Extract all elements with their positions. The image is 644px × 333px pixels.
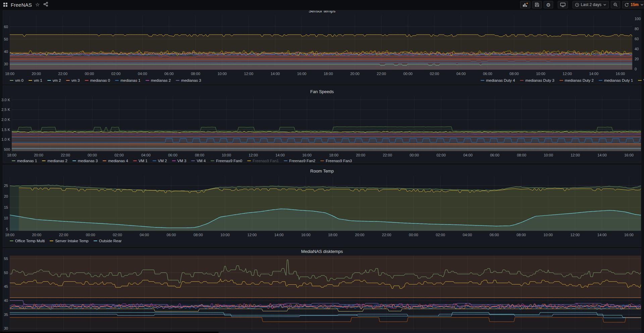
- x-axis-label: 12:00: [249, 153, 258, 157]
- legend-item-vm-2[interactable]: vm 2: [47, 78, 61, 82]
- y-axis-label: 40: [4, 298, 8, 303]
- legend-item-medianas-duty-1[interactable]: medianas Duty 1: [599, 78, 633, 82]
- chevron-down-icon: [603, 3, 606, 6]
- x-axis-label: 00:00: [86, 233, 95, 237]
- apps-grid-icon[interactable]: [3, 3, 7, 7]
- legend-item-freenas9-fan1[interactable]: Freenas9 Fan1: [247, 159, 279, 163]
- legend-item-medianas-3[interactable]: medianas 3: [72, 159, 98, 163]
- legend-label: vm 0: [15, 78, 23, 82]
- refresh-picker[interactable]: 15m: [622, 1, 644, 8]
- series-fill-medianas-3: [12, 148, 641, 151]
- legend-item-vm-3[interactable]: VM 3: [172, 159, 186, 163]
- x-axis-label: 18:00: [328, 233, 337, 237]
- x-axis-label: 04:00: [463, 153, 473, 157]
- x-axis-label: 10:00: [544, 153, 553, 157]
- chart-plot[interactable]: [12, 96, 641, 151]
- y-axis-label: 5: [6, 227, 8, 231]
- legend-item-vm-1[interactable]: VM 1: [133, 159, 148, 163]
- x-axis-label: 02:00: [113, 233, 122, 237]
- legend-item-vm-4[interactable]: VM 4: [191, 159, 206, 163]
- legend-item-vm-3[interactable]: vm 3: [66, 78, 80, 82]
- cycle-view-mode-button[interactable]: [558, 1, 568, 8]
- legend-item-medianas-2[interactable]: medianas 2: [42, 159, 67, 163]
- legend-item-vm-0[interactable]: vm 0: [10, 78, 23, 82]
- x-axis-label: 04:00: [463, 233, 472, 237]
- zoom-out-time-button[interactable]: [611, 1, 620, 8]
- x-axis-label: 18:00: [324, 72, 333, 76]
- x-axis-label: 12:00: [571, 233, 580, 237]
- y-axis-label: 30: [4, 326, 8, 330]
- legend-item-medianas-duty-2[interactable]: medianas Duty 2: [559, 78, 594, 82]
- x-axis-label: 14:00: [597, 233, 607, 237]
- x-axis-label: 06:00: [167, 233, 176, 237]
- legend-item-freenas9-fan2[interactable]: Freenas9 Fan2: [284, 159, 315, 163]
- x-axis-label: 08:00: [517, 233, 526, 237]
- x-axis-label: 16:00: [624, 153, 634, 157]
- legend-item-medianas-3[interactable]: medianas 3: [176, 78, 201, 82]
- legend-series-dash: [320, 160, 324, 161]
- dashboard-title[interactable]: FreeNAS: [11, 2, 32, 8]
- tv-icon: [560, 2, 566, 7]
- panel-title[interactable]: Sensor temps: [3, 11, 641, 13]
- horizontal-scrollbar[interactable]: [0, 332, 219, 333]
- x-axis-label: 12:00: [562, 72, 572, 76]
- time-range-picker[interactable]: Last 2 days: [573, 1, 609, 8]
- share-icon[interactable]: [43, 2, 48, 8]
- legend-item-office-temp-multi[interactable]: Office Temp Multi: [10, 239, 45, 243]
- legend-item-vm-duty-2[interactable]: VM Duty 2: [638, 78, 644, 82]
- legend-item-freenas9-fan0[interactable]: Freenas9 Fan0: [211, 159, 242, 163]
- legend-item-outside-rear[interactable]: Outside Rear: [94, 239, 122, 243]
- x-axis-label: 08:00: [509, 72, 519, 76]
- legend-item-medianas-1[interactable]: medianas 1: [12, 159, 37, 163]
- legend-series-dash: [10, 241, 13, 241]
- panel-title[interactable]: Room Temp: [3, 169, 641, 174]
- y-axis-label-right: 80: [635, 27, 639, 31]
- legend: Office Temp MultiServer Intake TempOutsi…: [10, 239, 127, 243]
- chart-plot[interactable]: [10, 15, 632, 70]
- legend-item-medianas-4[interactable]: medianas 4: [103, 159, 128, 163]
- panel-title[interactable]: Fan Speeds: [3, 89, 641, 94]
- x-axis-label: 00:00: [403, 72, 413, 76]
- x-axis-label: 04:00: [457, 72, 466, 76]
- x-axis-label: 10:00: [220, 233, 230, 237]
- y-axis-label-right: 0: [635, 67, 637, 71]
- x-axis-label: 20:00: [350, 72, 360, 76]
- legend-series-dash: [85, 80, 89, 81]
- legend-label: Freenas9 Fan1: [253, 159, 279, 163]
- panel-sensor-temps: Sensor temps3040506002040608010018:0020:…: [3, 10, 641, 84]
- legend-item-medianas-duty-3[interactable]: medianas Duty 3: [520, 78, 554, 82]
- legend-series-dash: [50, 241, 53, 241]
- legend-series-dash: [153, 160, 156, 161]
- legend-item-medianas-2[interactable]: medianas 2: [146, 78, 171, 82]
- panel-fan-speeds: Fan Speeds5001.0 K1.5 K2.0 K2.5 K3.0 K18…: [3, 85, 641, 163]
- chart-plot[interactable]: [10, 256, 641, 330]
- chart-plot[interactable]: [10, 176, 641, 231]
- legend-item-medianas-0[interactable]: medianas 0: [85, 78, 110, 82]
- legend-label: medianas 0: [90, 78, 110, 82]
- series-line-light-blue: [10, 314, 641, 318]
- legend-item-vm-2[interactable]: VM 2: [153, 159, 167, 163]
- legend-item-server-intake-temp[interactable]: Server Intake Temp: [50, 239, 89, 243]
- legend-series-dash: [29, 80, 32, 81]
- legend-series-dash: [47, 80, 51, 81]
- legend-item-medianas-duty-4[interactable]: medianas Duty 4: [481, 78, 515, 82]
- clock-icon: [575, 3, 579, 7]
- legend-series-dash: [66, 80, 70, 81]
- dashboard-settings-button[interactable]: ⚙: [544, 1, 553, 8]
- legend-item-medianas-1[interactable]: medianas 1: [115, 78, 140, 82]
- x-axis-label: 18:00: [5, 233, 14, 237]
- series-line-vm-1: [12, 136, 641, 137]
- legend-item-vm-1[interactable]: vm 1: [29, 78, 42, 82]
- panel-title[interactable]: MediaNAS disktemps: [3, 249, 641, 254]
- x-axis-label: 14:00: [274, 233, 284, 237]
- x-axis-label: 20:00: [355, 233, 365, 237]
- add-panel-button[interactable]: [520, 1, 530, 8]
- legend-item-freenas9-fan3[interactable]: Freenas9 Fan3: [320, 159, 352, 163]
- legend-series-dash: [481, 80, 484, 81]
- legend-label: VM 2: [158, 159, 167, 163]
- save-dashboard-button[interactable]: [532, 1, 542, 8]
- y-axis-label-right: 20: [635, 57, 639, 61]
- star-icon[interactable]: ☆: [35, 2, 40, 8]
- x-axis-label: 02:00: [436, 233, 445, 237]
- x-axis-label: 20:00: [34, 153, 43, 157]
